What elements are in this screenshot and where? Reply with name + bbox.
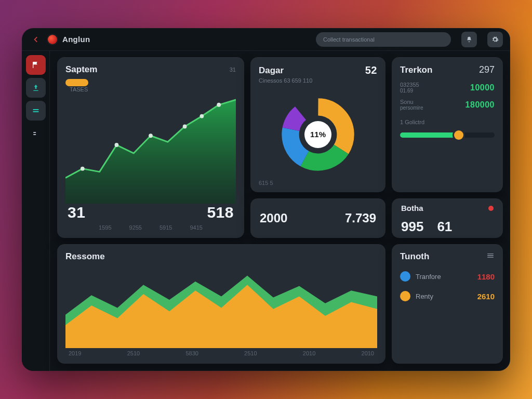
progress-knob[interactable]: [454, 130, 463, 140]
app-body: Saptem 31 TASES: [22, 51, 510, 371]
card-title: Saptem: [65, 64, 97, 75]
svg-point-2: [149, 134, 153, 138]
mid-right-value: 7.739: [345, 211, 376, 225]
stat-row: Sonu persomire 180000: [400, 99, 495, 111]
ressome-chart: [65, 262, 377, 348]
svg-point-5: [217, 103, 221, 107]
stat-row: 032355 01.69 10000: [400, 82, 495, 94]
sidebar-item-signal[interactable]: [26, 78, 46, 98]
content-grid: Saptem 31 TASES: [50, 51, 510, 371]
pill-label: TASES: [70, 86, 236, 92]
stat-value: 10000: [470, 83, 495, 92]
progress-fill: [400, 132, 459, 138]
trerkon-hdr-value: 297: [479, 64, 495, 75]
stat-sub: persomire: [400, 105, 423, 111]
card-mid-stats: 2000 7.739: [250, 198, 385, 238]
gear-icon: [491, 36, 499, 43]
donut-chart: 11%: [259, 84, 377, 185]
card-title: Tunoth: [400, 251, 429, 262]
saptem-chart: [65, 96, 236, 204]
saptem-footer: 31 518: [65, 204, 236, 222]
card-trerkon: Trerkon 297 032355 01.69 10000 Sonu: [392, 57, 503, 192]
card-menu-button[interactable]: [486, 251, 495, 262]
axis-tick: 5915: [159, 224, 172, 231]
stat-label: Sonu: [400, 99, 423, 105]
axis-tick: 2510: [127, 350, 140, 356]
stat-value: 180000: [466, 100, 495, 110]
brand-logo-icon: [48, 35, 57, 44]
legend-dot-icon: [400, 291, 410, 301]
axis-tick: 2510: [244, 350, 257, 356]
upload-icon: [32, 84, 40, 92]
line-chart-svg: [65, 96, 236, 204]
sidebar-item-home[interactable]: [26, 55, 46, 75]
card-ressome: Ressome 2019 2510 5830 2510 2010 2010: [57, 244, 385, 364]
axis-tick: 2010: [362, 350, 374, 356]
legend-label: Renty: [416, 292, 472, 300]
bell-icon: [466, 36, 473, 43]
legend-label: Tranfore: [416, 273, 472, 281]
axis-tick: 5830: [185, 350, 198, 356]
svg-point-1: [115, 143, 119, 147]
svg-point-0: [81, 167, 85, 171]
card-title: Ressome: [65, 251, 377, 262]
ressome-axis: 2019 2510 5830 2510 2010 2010: [65, 348, 377, 356]
card-title: Botha: [401, 204, 423, 212]
menu-icon: [486, 251, 495, 260]
sidebar-item-more[interactable]: [26, 124, 46, 143]
app-title: Anglun: [62, 35, 90, 44]
card-saptem: Saptem 31 TASES: [57, 57, 244, 238]
stat-sub: 01.69: [400, 88, 419, 94]
axis-tick: 1595: [99, 224, 111, 231]
progress-label: 1 Golictrd: [400, 119, 495, 125]
card-tunoth: Tunoth Tranfore 1180 Renty 2610: [392, 244, 503, 364]
legend-value: 2610: [477, 292, 495, 301]
legend-dot-icon: [400, 271, 410, 282]
donut-center-label: 11%: [304, 121, 331, 148]
chevron-left-icon: [32, 36, 39, 43]
search-placeholder: Collect transactional: [323, 36, 375, 43]
titlebar: Anglun Collect transactional: [22, 28, 510, 51]
saptem-value-left: 31: [68, 204, 85, 221]
settings-button[interactable]: [487, 32, 503, 47]
area-chart-svg: [65, 262, 377, 348]
legend-list: Tranfore 1180 Renty 2610: [400, 271, 495, 301]
botha-right-value: 61: [437, 219, 452, 235]
card-botha: Botha 995 61: [392, 198, 503, 238]
axis-tick: 2019: [69, 350, 81, 356]
stat-label: 032355: [400, 82, 419, 88]
flag-icon: [32, 61, 40, 69]
axis-tick: 9415: [190, 224, 202, 231]
titlebar-left: Anglun: [29, 33, 90, 46]
dagar-hdr-value: 52: [365, 64, 377, 76]
legend-item[interactable]: Renty 2610: [400, 291, 495, 301]
axis-tick: 9255: [129, 224, 142, 231]
lines-icon: [32, 107, 40, 115]
pill-badge: [65, 79, 88, 86]
progress-bar[interactable]: [400, 132, 495, 138]
notifications-button[interactable]: [461, 32, 477, 47]
sidebar: [22, 51, 50, 371]
search-input[interactable]: Collect transactional: [316, 32, 451, 47]
card-title: Dagar: [259, 65, 284, 76]
legend-value: 1180: [477, 272, 495, 281]
sidebar-item-list[interactable]: [26, 101, 46, 121]
trerkon-rows: 032355 01.69 10000 Sonu persomire 180000: [400, 82, 495, 111]
dashes-icon: [32, 129, 40, 138]
botha-left-value: 995: [401, 219, 423, 235]
mid-left-value: 2000: [260, 211, 287, 225]
card-dagar: Dagar 52 Cinessos 63 659 110 11% 615 5: [250, 57, 385, 192]
app-window: Anglun Collect transactional: [22, 28, 510, 371]
legend-item[interactable]: Tranfore 1180: [400, 271, 495, 282]
svg-point-3: [183, 124, 187, 128]
card-meta: 31: [230, 66, 236, 73]
saptem-value-right: 518: [207, 204, 234, 221]
dagar-footer: 615 5: [259, 180, 273, 186]
saptem-axis: 1595 9255 5915 9415: [65, 224, 236, 231]
back-button[interactable]: [29, 33, 43, 46]
status-dot-icon: [488, 206, 494, 211]
dagar-subtitle: Cinessos 63 659 110: [259, 77, 377, 84]
axis-tick: 2010: [303, 350, 315, 356]
svg-point-4: [200, 114, 204, 118]
card-title: Trerkon: [400, 65, 432, 75]
